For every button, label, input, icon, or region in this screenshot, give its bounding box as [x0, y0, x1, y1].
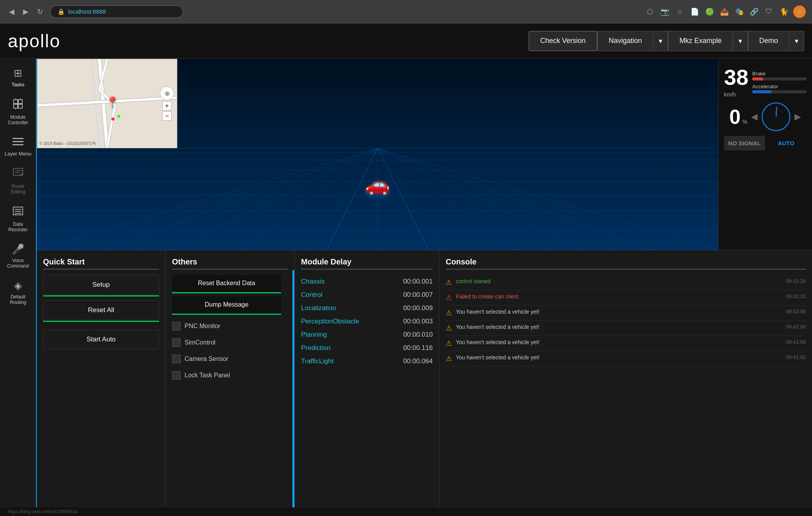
- console-message: You haven't selected a vehicle yet!: [456, 354, 782, 361]
- demo-dropdown[interactable]: ▾: [789, 31, 804, 51]
- steering-needle: [776, 107, 777, 117]
- user-avatar[interactable]: A: [793, 5, 806, 18]
- map-pin: 📍: [106, 96, 119, 109]
- console-icon: ⚠: [446, 278, 452, 287]
- sidebar-item-route-editing[interactable]: Route Editing RouteEditing: [1, 163, 35, 199]
- ext4-icon[interactable]: 🔗: [749, 6, 760, 17]
- bookmark-icon[interactable]: ☆: [674, 6, 685, 17]
- ext3-icon[interactable]: 🎭: [734, 6, 745, 17]
- accelerator-label: Accelerator: [752, 84, 807, 89]
- accelerator-gauge: Accelerator: [752, 84, 807, 93]
- main-layout: ⊞ Tasks Module Controller: [0, 59, 812, 516]
- sim-control-label: SimControl: [185, 339, 215, 346]
- map-controls: ⊕ + −: [160, 86, 174, 121]
- signal-buttons: NO SIGNAL AUTO: [724, 136, 807, 150]
- lock-icon: 🔒: [57, 8, 65, 15]
- pnc-monitor-checkbox[interactable]: [172, 322, 181, 330]
- auto-button[interactable]: AUTO: [766, 136, 807, 150]
- forward-button[interactable]: ▶: [20, 6, 31, 17]
- bottom-panel: Quick Start Setup Reset All Start Auto O…: [37, 250, 812, 516]
- address-bar[interactable]: 🔒 localhost:8888: [50, 5, 183, 18]
- console-time: 09:41:50: [786, 354, 806, 360]
- map-container[interactable]: 地图 ▾ NetApp Gear: [37, 59, 177, 148]
- sidebar-item-module-controller[interactable]: Module Controller: [1, 94, 35, 130]
- delay-value: 00:00.116: [403, 344, 433, 352]
- console-message: control started: [456, 278, 782, 284]
- ext2-icon[interactable]: 📤: [719, 6, 730, 17]
- console-time: 09:41:58: [786, 339, 806, 345]
- list-item: ⚠ You haven't selected a vehicle yet! 09…: [446, 321, 806, 336]
- lock-task-panel-item[interactable]: Lock Task Panel: [172, 367, 281, 384]
- sidebar-item-voice-command[interactable]: 🎤 VoiceCommand: [1, 239, 35, 273]
- back-button[interactable]: ◀: [6, 6, 17, 17]
- setup-bar: [43, 295, 159, 296]
- delay-name: Planning: [301, 331, 327, 339]
- setup-button[interactable]: Setup: [43, 275, 159, 295]
- sidebar-item-data-recorder[interactable]: DataRecorder: [1, 201, 35, 237]
- map-zoom-in[interactable]: +: [162, 101, 172, 111]
- svg-rect-6: [18, 104, 22, 108]
- delay-value: 00:00.009: [403, 304, 433, 312]
- others-title: Others: [172, 257, 288, 266]
- steering-value: 0: [730, 105, 741, 128]
- svg-rect-9: [13, 144, 23, 145]
- svg-point-18: [111, 118, 115, 121]
- check-version-button[interactable]: Check Version: [529, 31, 597, 51]
- delay-value: 00:00.001: [403, 278, 433, 286]
- start-auto-button[interactable]: Start Auto: [43, 330, 159, 349]
- map-overlay: 地图 ▾ NetApp Gear: [37, 59, 177, 148]
- navigation-button[interactable]: Navigation: [597, 31, 653, 51]
- table-row: PerceptionObstacle00:00.003: [301, 315, 433, 328]
- status-url: https://blog.csdn.net/u013468614: [8, 509, 77, 514]
- mkz-example-button[interactable]: Mkz Example: [668, 31, 733, 51]
- delay-name: Prediction: [301, 344, 331, 352]
- screenshot-icon[interactable]: 📷: [660, 6, 670, 17]
- ext5-icon[interactable]: 🛡: [764, 6, 774, 17]
- console-title: Console: [446, 257, 806, 266]
- steering-dial: [762, 102, 790, 131]
- ext1-icon[interactable]: 🟢: [704, 6, 715, 17]
- mkz-dropdown[interactable]: ▾: [733, 31, 748, 51]
- others-scrollbar[interactable]: [292, 270, 294, 512]
- console-icon: ⚠: [446, 339, 452, 348]
- demo-button[interactable]: Demo: [748, 31, 789, 51]
- steering-right-chevron[interactable]: ▶: [794, 112, 801, 122]
- browser-chrome: ◀ ▶ ↻ 🔒 localhost:8888 ⬡ 📷 ☆ 📄 🟢 📤 🎭 🔗 🛡…: [0, 0, 812, 23]
- others-underline: [172, 269, 288, 270]
- map-zoom-out[interactable]: −: [162, 111, 172, 121]
- cast-icon[interactable]: ⬡: [645, 6, 656, 17]
- others-panel: Others Reset Backend Data Dump Message P…: [166, 250, 295, 516]
- svg-rect-8: [13, 141, 23, 142]
- dump-message-button[interactable]: Dump Message: [172, 296, 281, 313]
- sidebar-item-tasks[interactable]: ⊞ Tasks: [1, 62, 35, 92]
- sim-control-item[interactable]: SimControl: [172, 334, 281, 351]
- dump-message-bar: [172, 314, 281, 315]
- pnc-monitor-item[interactable]: PNC Monitor: [172, 318, 281, 334]
- list-item: ⚠ Failed to create can client. 09:42:25: [446, 290, 806, 305]
- reload-button[interactable]: ↻: [34, 6, 45, 17]
- sidebar-item-layer-menu[interactable]: Layer Menu: [1, 132, 35, 161]
- steering-left-chevron[interactable]: ◀: [751, 112, 758, 122]
- delay-name: Chassis: [301, 278, 324, 286]
- table-row: Localization00:00.009: [301, 302, 433, 315]
- content-area: 地图 ▾ NetApp Gear: [37, 59, 812, 516]
- ext6-icon[interactable]: 🐈: [778, 6, 789, 17]
- lock-task-panel-checkbox[interactable]: [172, 371, 181, 380]
- camera-sensor-item[interactable]: Camera Sensor: [172, 351, 281, 367]
- no-signal-button[interactable]: NO SIGNAL: [724, 136, 765, 150]
- console-message: Failed to create can client.: [456, 293, 782, 300]
- map-copyright: © 2019 Baidu - GS(2018)5572号: [39, 141, 96, 146]
- console-message: You haven't selected a vehicle yet!: [456, 309, 782, 315]
- sidebar-item-default-routing[interactable]: ◈ DefaultRouting: [1, 275, 35, 310]
- reset-backend-button[interactable]: Reset Backend Data: [172, 275, 281, 291]
- sim-control-checkbox[interactable]: [172, 338, 181, 347]
- console-icon: ⚠: [446, 309, 452, 317]
- delay-name: Control: [301, 291, 323, 299]
- console-icon: ⚠: [446, 324, 452, 332]
- console-time: 09:42:28: [786, 278, 806, 284]
- reset-all-button[interactable]: Reset All: [43, 300, 159, 320]
- map-nav-button[interactable]: ⊕: [160, 86, 174, 100]
- docs-icon[interactable]: 📄: [689, 6, 700, 17]
- navigation-dropdown[interactable]: ▾: [653, 31, 668, 51]
- camera-sensor-checkbox[interactable]: [172, 355, 181, 363]
